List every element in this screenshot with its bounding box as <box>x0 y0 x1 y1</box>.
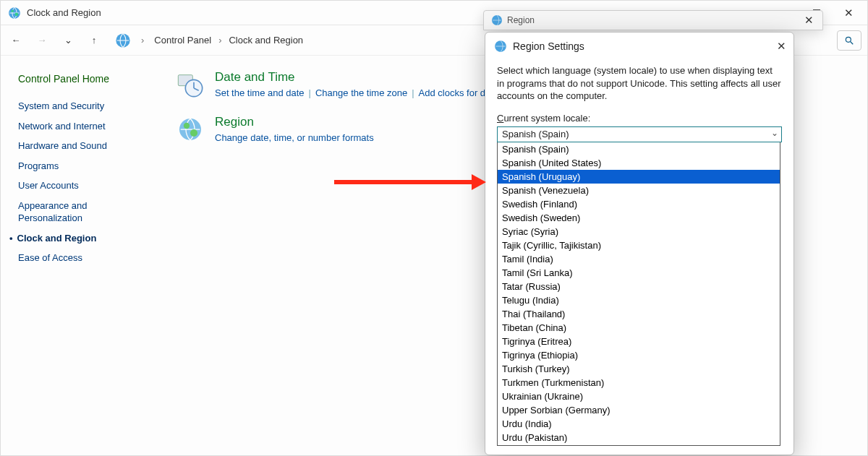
address-globe-icon <box>115 33 131 48</box>
region-settings-dialog: Region Settings ✕ Select which language … <box>485 32 794 455</box>
combo-selected-value: Spanish (Spain) <box>502 129 569 139</box>
sidebar-item[interactable]: Clock and Region <box>18 228 145 249</box>
sidebar-item[interactable]: System and Security <box>18 96 145 116</box>
svg-point-1 <box>12 9 14 12</box>
locale-option[interactable]: Ukrainian (Ukraine) <box>498 390 780 403</box>
globe-icon <box>8 7 21 20</box>
svg-point-4 <box>846 37 851 42</box>
up-button[interactable]: ↑ <box>85 31 103 50</box>
back-button[interactable]: ← <box>7 31 25 50</box>
svg-point-12 <box>190 129 197 137</box>
locale-combobox[interactable]: Spanish (Spain) <box>497 126 782 142</box>
category-link[interactable]: Set the time and date <box>215 87 305 98</box>
search-icon <box>844 35 854 46</box>
locale-option[interactable]: Uyghur (China) <box>498 444 780 446</box>
sidebar-item[interactable]: Ease of Access <box>18 248 145 268</box>
locale-option[interactable]: Tibetan (China) <box>498 321 780 335</box>
svg-point-2 <box>15 12 19 16</box>
sidebar-item[interactable]: Appearance and Personalization <box>18 196 145 228</box>
locale-option[interactable]: Urdu (India) <box>498 417 780 431</box>
locale-option[interactable]: Spanish (United States) <box>498 156 780 170</box>
breadcrumb-sep: › <box>141 35 144 46</box>
region-globe-icon <box>176 115 205 144</box>
dialog-title: Region Settings <box>513 40 584 52</box>
search-input[interactable] <box>837 30 861 51</box>
locale-option[interactable]: Tigrinya (Eritrea) <box>498 335 780 348</box>
dialog-close-button[interactable]: ✕ <box>777 40 786 53</box>
sidebar-item[interactable]: User Accounts <box>18 176 145 196</box>
dialog-description: Select which language (system locale) to… <box>497 64 782 103</box>
locale-option[interactable]: Telugu (India) <box>498 293 780 307</box>
locale-option[interactable]: Upper Sorbian (Germany) <box>498 403 780 417</box>
breadcrumb: Control Panel › Clock and Region <box>151 33 306 47</box>
category-link[interactable]: Change the time zone <box>315 87 407 98</box>
forward-button[interactable]: → <box>33 31 51 50</box>
dialog-titlebar: Region Settings ✕ <box>485 33 793 59</box>
globe-icon <box>491 14 503 26</box>
crumb-control-panel[interactable]: Control Panel <box>151 33 214 47</box>
clock-icon <box>176 70 205 99</box>
region-window-title: Region <box>507 15 535 25</box>
locale-option[interactable]: Syriac (Syria) <box>498 225 780 238</box>
separator: | <box>309 87 311 98</box>
sidebar-item[interactable]: Hardware and Sound <box>18 136 145 156</box>
locale-option[interactable]: Swedish (Sweden) <box>498 211 780 225</box>
locale-option[interactable]: Swedish (Finland) <box>498 197 780 211</box>
category-title[interactable]: Region <box>215 115 374 129</box>
locale-option[interactable]: Tamil (Sri Lanka) <box>498 266 780 280</box>
sidebar-item[interactable]: Programs <box>18 156 145 176</box>
window-title: Clock and Region <box>27 7 101 18</box>
locale-option[interactable]: Spanish (Spain) <box>498 142 780 156</box>
separator: | <box>412 87 414 98</box>
category-link[interactable]: Add clocks for d <box>419 87 486 98</box>
locale-option[interactable]: Spanish (Uruguay) <box>498 170 780 184</box>
locale-dropdown-list[interactable]: Spanish (Spain)Spanish (United States)Sp… <box>497 142 780 446</box>
globe-icon <box>494 40 507 53</box>
region-window-close-button[interactable]: ✕ <box>800 14 818 27</box>
locale-option[interactable]: Tatar (Russia) <box>498 280 780 293</box>
locale-option[interactable]: Turkmen (Turkmenistan) <box>498 376 780 390</box>
locale-option[interactable]: Turkish (Turkey) <box>498 362 780 376</box>
locale-option[interactable]: Tajik (Cyrillic, Tajikistan) <box>498 238 780 252</box>
category-title[interactable]: Date and Time <box>215 70 485 85</box>
locale-option[interactable]: Tamil (India) <box>498 252 780 266</box>
control-panel-home-link[interactable]: Control Panel Home <box>18 73 145 85</box>
chevron-right-icon: › <box>218 35 221 46</box>
crumb-clock-region[interactable]: Clock and Region <box>226 33 306 47</box>
locale-option[interactable]: Spanish (Venezuela) <box>498 184 780 197</box>
category-link[interactable]: Change date, time, or number formats <box>215 132 374 143</box>
region-window-titlebar: Region ✕ <box>483 10 823 30</box>
recent-dropdown[interactable]: ⌄ <box>59 31 77 50</box>
locale-option[interactable]: Thai (Thailand) <box>498 307 780 321</box>
locale-label: Current system locale: <box>497 113 782 124</box>
svg-line-5 <box>851 41 854 44</box>
locale-option[interactable]: Urdu (Pakistan) <box>498 431 780 444</box>
sidebar-item[interactable]: Network and Internet <box>18 116 145 137</box>
svg-point-11 <box>184 123 190 129</box>
close-button[interactable]: ✕ <box>833 2 864 24</box>
locale-option[interactable]: Tigrinya (Ethiopia) <box>498 348 780 362</box>
sidebar: Control Panel Home System and SecurityNe… <box>1 56 154 455</box>
